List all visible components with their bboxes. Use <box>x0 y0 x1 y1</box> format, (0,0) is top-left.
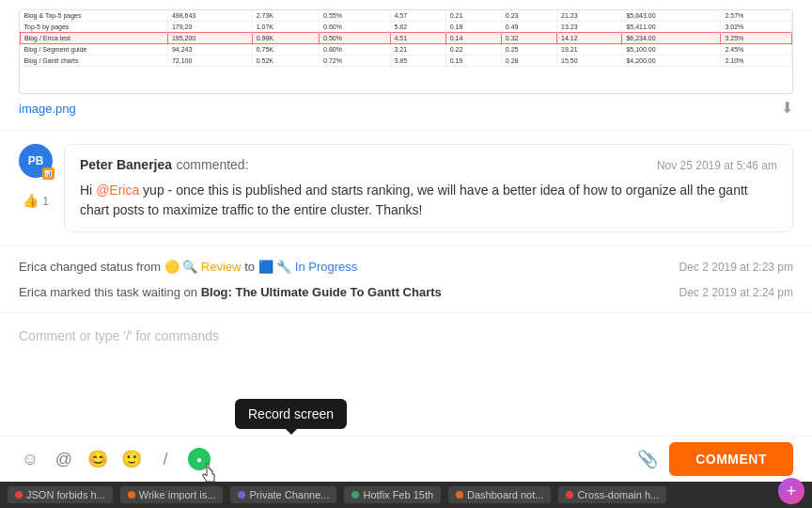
record-screen-tooltip: Record screen <box>235 399 347 429</box>
comment-author-line: Peter Banerjea commented: <box>80 156 249 173</box>
activity-text-2: Erica marked this task waiting on Blog: … <box>19 285 679 299</box>
taskbar-dot-5 <box>456 491 463 499</box>
comment-body: Hi @Erica yup - once this is published a… <box>80 181 777 220</box>
comment-placeholder[interactable]: Comment or type '/' for commands <box>19 325 793 347</box>
emoji-face-icon[interactable]: 🙂 <box>120 448 143 470</box>
thumbs-up-icon: 👍 <box>23 193 39 208</box>
taskbar-item-6[interactable]: Cross-domain h... <box>558 486 666 503</box>
taskbar-dot-2 <box>128 491 135 499</box>
taskbar-dot-6 <box>566 491 573 499</box>
bottom-taskbar: JSON forbids h... Wrike import is... Pri… <box>0 482 812 508</box>
main-container: Blog & Top-5 pages498,6432.73K0.55%4.570… <box>0 0 812 508</box>
avatar: PB 📊 <box>19 144 53 178</box>
status-to-badge: 🟦 🔧 In Progress <box>258 260 358 274</box>
toolbar-right: 📎 COMMENT <box>637 442 793 476</box>
emoji-people-icon[interactable]: ☺ <box>19 448 41 470</box>
slash-command-icon[interactable]: / <box>154 448 177 470</box>
comment-toolbar: ☺ @ 😊 🙂 / Record screen 📎 COMMENT <box>0 436 812 482</box>
commented-label: commented: <box>177 157 249 172</box>
table-row: Top-5 by pages179,201.07K0.60%5.820.180.… <box>21 22 792 33</box>
table-row: Blog / Gantt charts72,1000.52K0.72%3.850… <box>21 56 792 67</box>
activity-item-1: Erica changed status from 🟡 🔍 Review to … <box>19 254 793 279</box>
table-row: Blog / Segment guide94,2430.75K0.80%3.21… <box>21 44 792 56</box>
mention-icon[interactable]: @ <box>53 448 75 470</box>
emoji-smile-icon[interactable]: 😊 <box>86 448 109 470</box>
cursor-icon <box>201 463 220 485</box>
spreadsheet-preview: Blog & Top-5 pages498,6432.73K0.55%4.570… <box>19 9 793 94</box>
taskbar-item-1[interactable]: JSON forbids h... <box>8 486 113 503</box>
activity-item-2: Erica marked this task waiting on Blog: … <box>19 279 793 305</box>
attachment-icon[interactable]: 📎 <box>637 449 658 469</box>
download-icon[interactable]: ⬇ <box>781 99 793 117</box>
activity-text-1: Erica changed status from 🟡 🔍 Review to … <box>19 260 679 274</box>
table-row: Blog & Top-5 pages498,6432.73K0.55%4.570… <box>21 10 792 22</box>
image-filename-link[interactable]: image.png <box>19 102 76 116</box>
record-screen-wrapper: Record screen <box>188 448 211 470</box>
taskbar-item-5[interactable]: Dashboard not... <box>448 486 551 503</box>
activity-section: Erica changed status from 🟡 🔍 Review to … <box>0 246 812 312</box>
commenter-name: Peter Banerjea <box>80 157 172 172</box>
status-from-badge: 🟡 🔍 Review <box>164 260 242 274</box>
toolbar-left: ☺ @ 😊 🙂 / Record screen <box>19 448 211 470</box>
taskbar-item-3[interactable]: Private Channe... <box>230 486 336 503</box>
spreadsheet-table: Blog & Top-5 pages498,6432.73K0.55%4.570… <box>20 10 792 67</box>
taskbar-dot-3 <box>238 491 245 499</box>
comment-section: PB 📊 👍 1 Peter Banerjea commented: Nov 2… <box>0 131 812 246</box>
mention: @Erica <box>96 183 139 198</box>
taskbar-item-4[interactable]: Hotfix Feb 15th <box>344 486 441 503</box>
taskbar-dot-4 <box>351 491 359 499</box>
comment-button[interactable]: COMMENT <box>669 442 793 476</box>
avatar-badge: 📊 <box>42 167 55 180</box>
waiting-task-link[interactable]: Blog: The Ultimate Guide To Gantt Charts <box>201 285 442 299</box>
comment-header: Peter Banerjea commented: Nov 25 2019 at… <box>80 156 777 173</box>
comment-time: Nov 25 2019 at 5:46 am <box>657 159 777 172</box>
fab-button[interactable]: + <box>778 478 804 504</box>
comment-input-area[interactable]: Comment or type '/' for commands <box>0 312 812 436</box>
table-row-highlighted: Blog / Erica test195,2000.98K0.50%4.510.… <box>21 33 792 44</box>
like-count: 1 <box>42 194 49 208</box>
taskbar-item-2[interactable]: Wrike import is... <box>120 486 224 503</box>
image-section: Blog & Top-5 pages498,6432.73K0.55%4.570… <box>0 0 812 131</box>
taskbar-dot-1 <box>15 491 23 499</box>
comment-bubble: Peter Banerjea commented: Nov 25 2019 at… <box>64 144 793 232</box>
like-button[interactable]: 👍 1 <box>23 193 49 208</box>
